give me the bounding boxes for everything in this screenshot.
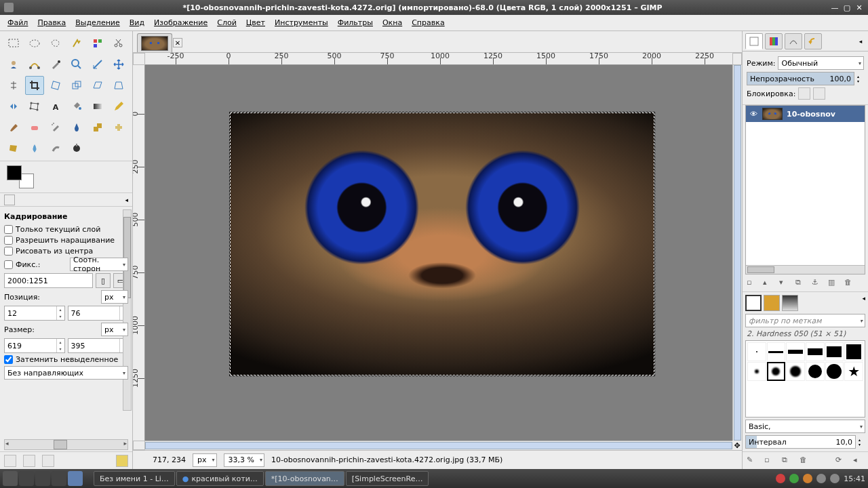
menu-edit[interactable]: Правка [33, 16, 71, 29]
perspective-clone-tool[interactable] [4, 139, 23, 158]
menu-tools[interactable]: Инструменты [270, 16, 333, 29]
smudge-tool[interactable] [46, 139, 65, 158]
brush-item[interactable] [844, 342, 863, 361]
current-layer-only-checkbox[interactable] [4, 225, 13, 234]
menu-filters[interactable]: Фильтры [333, 16, 378, 29]
brush-menu-icon[interactable]: ◂ [853, 455, 864, 466]
tray-icon[interactable] [776, 474, 785, 483]
size-h-input[interactable]: 395▴▾ [68, 338, 129, 353]
brush-item[interactable] [747, 362, 766, 381]
tray-icon[interactable] [803, 474, 812, 483]
taskbar-launcher[interactable] [68, 471, 83, 486]
dodge-tool[interactable] [67, 139, 86, 158]
patterns-tab[interactable] [764, 295, 780, 311]
airbrush-tool[interactable] [46, 118, 65, 137]
tool-options-tab[interactable] [4, 195, 15, 205]
brush-item[interactable] [825, 342, 844, 361]
image-tab-close-icon[interactable]: ✕ [173, 38, 182, 47]
lower-layer-button[interactable]: ▾ [779, 278, 790, 289]
close-button[interactable]: ✕ [854, 3, 864, 12]
ink-tool[interactable] [67, 118, 86, 137]
dock-menu-icon[interactable]: ◂ [856, 37, 865, 46]
ruler-corner[interactable] [133, 53, 145, 65]
clock[interactable]: 15:41 [844, 474, 865, 483]
rotate-tool[interactable] [46, 76, 65, 95]
brush-grid[interactable]: ★ [745, 340, 865, 418]
tool-options-scrollbar[interactable] [123, 209, 132, 411]
gradients-tab[interactable] [782, 295, 798, 311]
refresh-brushes-button[interactable]: ⟳ [835, 455, 846, 466]
tray-icon[interactable] [816, 474, 826, 483]
scale-tool[interactable] [67, 76, 86, 95]
reset-button[interactable] [116, 455, 128, 467]
blur-tool[interactable] [25, 139, 44, 158]
lock-alpha-icon[interactable] [813, 87, 825, 100]
channels-tab[interactable] [765, 33, 783, 49]
free-select-tool[interactable] [46, 34, 65, 53]
brush-item[interactable] [747, 342, 766, 361]
layer-mode-combo[interactable]: Обычный [778, 56, 864, 70]
fixed-checkbox[interactable] [4, 260, 13, 269]
menu-file[interactable]: Файл [3, 16, 33, 29]
image-tab[interactable]: ✕ [137, 33, 172, 52]
taskbar-launcher[interactable] [52, 471, 66, 486]
brush-item[interactable]: ★ [844, 362, 863, 381]
by-color-select-tool[interactable] [88, 34, 107, 53]
canvas[interactable] [145, 65, 732, 441]
layer-name[interactable]: 10-obosnov [787, 110, 835, 119]
brush-item[interactable] [806, 342, 825, 361]
flip-tool[interactable] [4, 97, 23, 116]
menu-windows[interactable]: Окна [378, 16, 407, 29]
menu-layer[interactable]: Слой [212, 16, 241, 29]
anchor-layer-button[interactable]: ⚓ [812, 278, 823, 289]
restore-preset-button[interactable] [23, 455, 35, 467]
paths-tab[interactable] [785, 33, 802, 49]
layer-row[interactable]: 👁 10-obosnov [746, 106, 865, 122]
size-unit-combo[interactable]: px [101, 323, 128, 336]
duplicate-brush-button[interactable]: ⧉ [782, 455, 793, 466]
start-button[interactable] [3, 471, 18, 486]
cage-tool[interactable] [25, 97, 44, 116]
brush-dock-menu-icon[interactable]: ◂ [862, 295, 865, 311]
menu-image[interactable]: Изображение [149, 16, 212, 29]
color-picker-tool[interactable] [46, 55, 65, 74]
allow-growing-checkbox[interactable] [4, 236, 13, 245]
position-unit-combo[interactable]: px [101, 290, 128, 304]
fixed-mode-combo[interactable]: Соотн. сторон [70, 258, 128, 271]
taskbar-item[interactable]: Без имени 1 - Li… [94, 471, 175, 486]
save-preset-button[interactable] [4, 455, 16, 467]
taskbar-launcher[interactable] [35, 471, 50, 486]
brush-item[interactable] [786, 362, 805, 381]
crop-tool[interactable] [25, 76, 44, 95]
taskbar-launcher[interactable] [19, 471, 34, 486]
layers-tab[interactable] [745, 33, 763, 49]
foreground-select-tool[interactable] [4, 55, 23, 74]
measure-tool[interactable] [88, 55, 107, 74]
size-w-input[interactable]: 619▴▾ [4, 338, 65, 353]
brush-preset-combo[interactable]: Basic, [745, 420, 865, 433]
portrait-button[interactable]: ▯ [96, 273, 111, 288]
ellipse-select-tool[interactable] [25, 34, 44, 53]
menu-select[interactable]: Выделение [71, 16, 125, 29]
menu-colors[interactable]: Цвет [241, 16, 270, 29]
text-tool[interactable]: A [46, 97, 65, 116]
layer-visibility-icon[interactable]: 👁 [749, 110, 758, 119]
taskbar-item[interactable]: ●красивый коти… [176, 471, 264, 486]
fg-color-swatch[interactable] [7, 165, 22, 180]
brush-item[interactable] [825, 362, 844, 381]
opacity-slider[interactable]: Непрозрачность 100,0 [747, 72, 854, 85]
maximize-button[interactable]: ▢ [842, 3, 852, 12]
brush-filter-input[interactable]: фильтр по меткам [745, 314, 865, 327]
brush-item[interactable] [786, 342, 805, 361]
lock-pixels-icon[interactable] [798, 87, 810, 100]
paths-tool[interactable] [25, 55, 44, 74]
brush-item[interactable] [767, 362, 786, 381]
delete-preset-button[interactable] [42, 455, 54, 467]
vertical-ruler[interactable]: 025050075010001250 [133, 65, 145, 441]
move-tool[interactable] [109, 55, 128, 74]
layer-list-hscroll[interactable] [746, 265, 865, 274]
menu-view[interactable]: Вид [125, 16, 149, 29]
heal-tool[interactable] [109, 118, 128, 137]
rect-select-tool[interactable] [4, 34, 23, 53]
undo-tab[interactable] [804, 33, 822, 49]
